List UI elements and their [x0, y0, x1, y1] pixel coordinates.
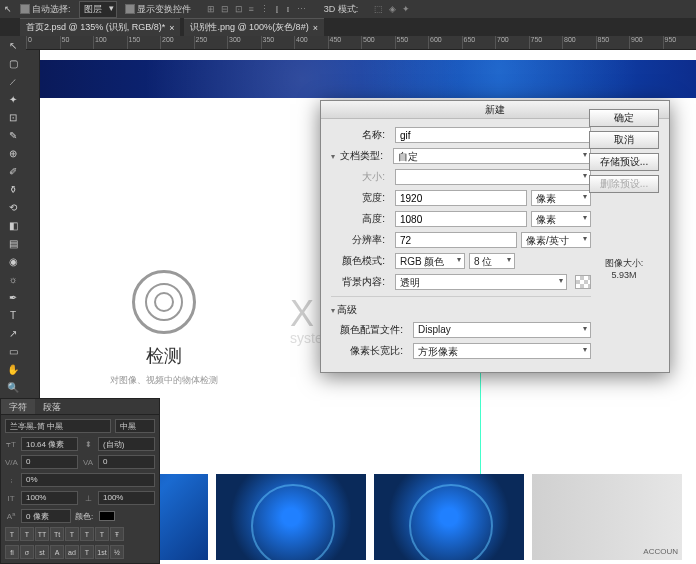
- tracking-field[interactable]: 0: [98, 455, 155, 469]
- width-unit-dropdown[interactable]: 像素: [531, 190, 591, 206]
- history-tool-icon[interactable]: ⟲: [0, 198, 26, 216]
- feature-description: 对图像、视频中的物体检测: [110, 374, 218, 387]
- path-tool-icon[interactable]: ↗: [0, 324, 26, 342]
- align-icon[interactable]: ⊡: [235, 4, 243, 14]
- auto-select-dropdown[interactable]: 图层: [79, 1, 117, 18]
- width-label: 宽度:: [331, 191, 391, 205]
- align-icon[interactable]: ⊞: [207, 4, 215, 14]
- colormode-dropdown[interactable]: RGB 颜色: [395, 253, 465, 269]
- delete-preset-button[interactable]: 删除预设...: [589, 175, 659, 193]
- distribute-icon[interactable]: ⫿: [275, 4, 280, 14]
- opentype-button[interactable]: A: [50, 545, 64, 559]
- 3d-icon[interactable]: ◈: [389, 4, 396, 14]
- cancel-button[interactable]: 取消: [589, 131, 659, 149]
- leading-field[interactable]: (自动): [98, 437, 155, 451]
- save-preset-button[interactable]: 存储预设...: [589, 153, 659, 171]
- tab-label: 识别性.png @ 100%(灰色/8#): [190, 21, 308, 34]
- bold-button[interactable]: T: [5, 527, 19, 541]
- profile-label: 颜色配置文件:: [331, 323, 409, 337]
- opentype-button[interactable]: fi: [5, 545, 19, 559]
- opentype-button[interactable]: T: [80, 545, 94, 559]
- banner-image: [40, 60, 696, 98]
- bgcontent-label: 背景内容:: [331, 275, 391, 289]
- marquee-tool-icon[interactable]: ▢: [0, 54, 26, 72]
- size-dropdown[interactable]: [395, 169, 591, 185]
- font-weight-dropdown[interactable]: 中黑: [115, 419, 155, 433]
- opentype-button[interactable]: 1st: [95, 545, 109, 559]
- name-input[interactable]: [395, 127, 591, 143]
- scale-h-field[interactable]: 100%: [21, 491, 78, 505]
- close-tab-icon[interactable]: ×: [313, 23, 318, 33]
- disclosure-icon[interactable]: ▾: [331, 306, 335, 315]
- character-tab[interactable]: 字符: [1, 399, 35, 414]
- type-tool-icon[interactable]: T: [0, 306, 26, 324]
- bgcontent-dropdown[interactable]: 透明: [395, 274, 567, 290]
- eyedropper-tool-icon[interactable]: ✎: [0, 126, 26, 144]
- thumbnail-3: [374, 474, 524, 560]
- align-icon[interactable]: ≡: [249, 4, 254, 14]
- hand-tool-icon[interactable]: ✋: [0, 360, 26, 378]
- gradient-tool-icon[interactable]: ▤: [0, 234, 26, 252]
- document-tab[interactable]: 首页2.psd @ 135% (识别, RGB/8)* ×: [20, 18, 180, 36]
- show-transform-checkbox[interactable]: [125, 4, 135, 14]
- 3d-icon[interactable]: ⬚: [374, 4, 383, 14]
- wand-tool-icon[interactable]: ✦: [0, 90, 26, 108]
- eraser-tool-icon[interactable]: ◧: [0, 216, 26, 234]
- strike-button[interactable]: Ŧ: [110, 527, 124, 541]
- font-size-icon: ᴛT: [5, 440, 17, 449]
- underline-button[interactable]: T: [95, 527, 109, 541]
- 3d-icon[interactable]: ✦: [402, 4, 410, 14]
- document-tab[interactable]: 识别性.png @ 100%(灰色/8#) ×: [184, 18, 323, 36]
- blur-tool-icon[interactable]: ◉: [0, 252, 26, 270]
- colordepth-dropdown[interactable]: 8 位: [469, 253, 515, 269]
- baseline-field[interactable]: 0 像素: [21, 509, 71, 523]
- zoom-tool-icon[interactable]: 🔍: [0, 378, 26, 396]
- disclosure-icon[interactable]: ▾: [331, 152, 335, 161]
- aspect-dropdown[interactable]: 方形像素: [413, 343, 591, 359]
- distribute-icon[interactable]: ⋯: [297, 4, 306, 14]
- font-family-dropdown[interactable]: 兰亭黑-简 中黑: [5, 419, 111, 433]
- opentype-button[interactable]: σ: [20, 545, 34, 559]
- name-label: 名称:: [331, 128, 391, 142]
- height-unit-dropdown[interactable]: 像素: [531, 211, 591, 227]
- align-icon[interactable]: ⊟: [221, 4, 229, 14]
- stamp-tool-icon[interactable]: ⚱: [0, 180, 26, 198]
- opentype-button[interactable]: st: [35, 545, 49, 559]
- width-input[interactable]: [395, 190, 527, 206]
- opentype-button[interactable]: ad: [65, 545, 79, 559]
- distribute-icon[interactable]: ⫾: [286, 4, 291, 14]
- allcaps-button[interactable]: TT: [35, 527, 49, 541]
- resolution-unit-dropdown[interactable]: 像素/英寸: [521, 232, 591, 248]
- profile-dropdown[interactable]: Display: [413, 322, 591, 338]
- font-size-field[interactable]: 10.64 像素: [21, 437, 78, 451]
- ok-button[interactable]: 确定: [589, 109, 659, 127]
- italic-button[interactable]: T: [20, 527, 34, 541]
- thumbnail-4: ACCOUN: [532, 474, 682, 560]
- distribute-icon[interactable]: ⋮: [260, 4, 269, 14]
- smallcaps-button[interactable]: Tt: [50, 527, 64, 541]
- pen-tool-icon[interactable]: ✒: [0, 288, 26, 306]
- crop-tool-icon[interactable]: ⊡: [0, 108, 26, 126]
- doctype-dropdown[interactable]: 自定: [393, 148, 591, 164]
- feature-title: 检测: [110, 344, 218, 368]
- auto-select-checkbox[interactable]: [20, 4, 30, 14]
- height-input[interactable]: [395, 211, 527, 227]
- close-tab-icon[interactable]: ×: [169, 23, 174, 33]
- imagesize-label: 图像大小:: [589, 257, 659, 270]
- auto-select-label: 自动选择:: [32, 4, 71, 14]
- scale-v-field[interactable]: 100%: [98, 491, 155, 505]
- brush-tool-icon[interactable]: ✐: [0, 162, 26, 180]
- heal-tool-icon[interactable]: ⊕: [0, 144, 26, 162]
- shape-tool-icon[interactable]: ▭: [0, 342, 26, 360]
- text-color-swatch[interactable]: [99, 511, 115, 521]
- kerning-field[interactable]: 0: [21, 455, 78, 469]
- move-tool-icon[interactable]: ↖: [0, 36, 26, 54]
- resolution-input[interactable]: [395, 232, 517, 248]
- subscript-button[interactable]: T: [80, 527, 94, 541]
- scale-field[interactable]: 0%: [21, 473, 155, 487]
- paragraph-tab[interactable]: 段落: [35, 399, 69, 414]
- lasso-tool-icon[interactable]: ⟋: [0, 72, 26, 90]
- opentype-button[interactable]: ½: [110, 545, 124, 559]
- superscript-button[interactable]: T: [65, 527, 79, 541]
- dodge-tool-icon[interactable]: ☼: [0, 270, 26, 288]
